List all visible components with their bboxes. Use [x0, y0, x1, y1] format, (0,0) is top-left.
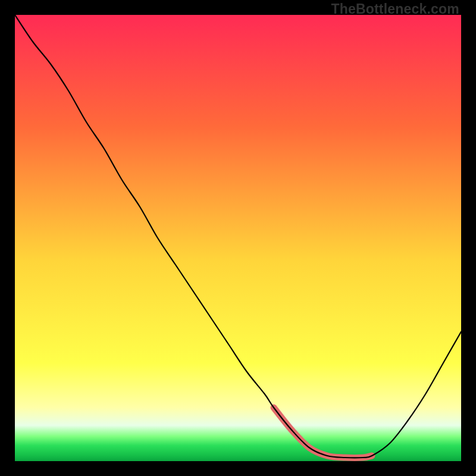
watermark-text: TheBottleneck.com [331, 1, 459, 17]
gradient-background [15, 15, 461, 461]
bottleneck-chart [15, 15, 461, 461]
chart-frame [15, 15, 461, 461]
